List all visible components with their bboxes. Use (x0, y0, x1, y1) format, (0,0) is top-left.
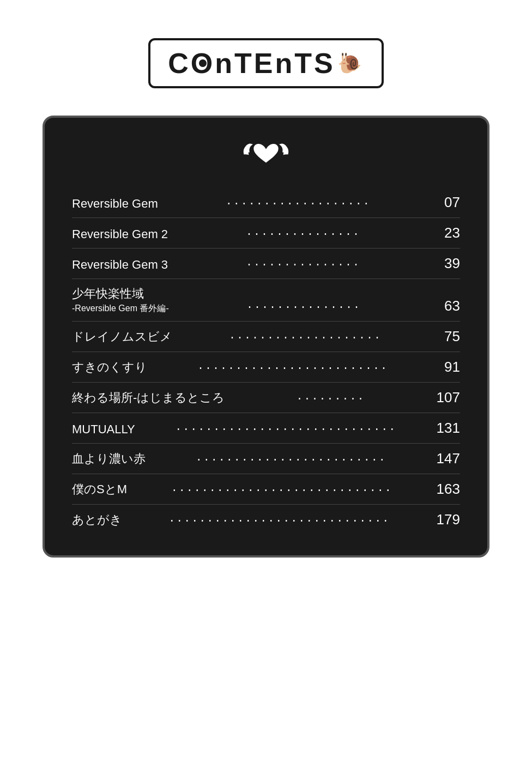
toc-entry-3: Reversible Gem 3 ··············· 39 (72, 250, 460, 277)
divider-5 (72, 352, 460, 352)
divider-4 (72, 321, 460, 322)
toc-entry-8: MUTUALLY ····························· 1… (72, 414, 460, 442)
letter-C: C (168, 47, 191, 80)
toc-title-6: すきのくすり (72, 359, 147, 376)
divider-8 (72, 443, 460, 444)
toc-title-3: Reversible Gem 3 (72, 258, 168, 272)
winged-heart-icon (241, 140, 291, 172)
toc-title-2: Reversible Gem 2 (72, 227, 168, 241)
toc-page-9: 147 (437, 450, 460, 467)
toc-entry-5: ドレイノムスビメ ···················· 75 (72, 323, 460, 350)
toc-title-1: Reversible Gem (72, 197, 158, 211)
snail-icon: 🐌 (337, 52, 364, 75)
toc-title-4a: 少年快楽性域 (72, 286, 169, 302)
toc-entry-10: 僕のSとM ····························· 163 (72, 475, 460, 503)
toc-page-2: 23 (438, 225, 460, 241)
page-wrapper: C O n T E n T S 🐌 (0, 0, 532, 763)
toc-dots-1: ··················· (165, 197, 432, 211)
toc-entry-7: 終わる場所-はじまるところ ········· 107 (72, 384, 460, 411)
toc-entry-9: 血より濃い赤 ························· 147 (72, 445, 460, 473)
toc-title-9: 血より濃い赤 (72, 451, 146, 467)
letter-T1: T (234, 47, 254, 80)
toc-dots-10: ····························· (134, 484, 430, 498)
toc-dots-5: ···················· (179, 331, 432, 345)
divider-6 (72, 382, 460, 383)
divider-1 (72, 217, 460, 218)
toc-page-7: 107 (437, 389, 460, 406)
toc-title-7: 終わる場所-はじまるところ (72, 390, 225, 406)
toc-entry-4: 少年快楽性域 -Reversible Gem 番外編- ············… (72, 280, 460, 320)
toc-list: Reversible Gem ··················· 07 Re… (72, 189, 460, 534)
toc-title-8: MUTUALLY (72, 422, 135, 437)
toc-title-5: ドレイノムスビメ (72, 329, 172, 345)
divider-9 (72, 474, 460, 474)
divider-10 (72, 504, 460, 505)
toc-page-3: 39 (438, 255, 460, 272)
toc-entry-1: Reversible Gem ··················· 07 (72, 189, 460, 216)
toc-dots-3: ··············· (174, 258, 432, 272)
toc-page-5: 75 (438, 328, 460, 345)
contents-title-box: C O n T E n T S 🐌 (148, 38, 383, 88)
toc-page-4: 63 (438, 298, 460, 314)
toc-title-stack-4: 少年快楽性域 -Reversible Gem 番外編- (72, 286, 169, 314)
toc-title-4b: -Reversible Gem 番外編- (72, 303, 169, 314)
toc-dots-2: ··············· (174, 228, 432, 241)
divider-2 (72, 248, 460, 249)
toc-page-1: 07 (438, 194, 460, 211)
toc-page-10: 163 (437, 481, 460, 498)
toc-title-11: あとがき (72, 512, 122, 528)
toc-entry-11: あとがき ····························· 179 (72, 506, 460, 534)
toc-dots-9: ························· (152, 453, 430, 467)
letter-S: S (314, 47, 335, 80)
divider-3 (72, 278, 460, 279)
toc-entry-6: すきのくすり ························· 91 (72, 353, 460, 381)
letter-O: O (191, 47, 215, 80)
toc-panel: Reversible Gem ··················· 07 Re… (43, 116, 489, 558)
toc-dots-6: ························· (154, 362, 432, 376)
divider-7 (72, 413, 460, 413)
toc-dots-11: ····························· (129, 514, 430, 528)
toc-page-6: 91 (438, 359, 460, 376)
toc-dots-4: ··············· (176, 301, 432, 314)
toc-page-11: 179 (437, 511, 460, 528)
letter-E1: E (254, 47, 275, 80)
contents-title-text: C O n T E n T S 🐌 (168, 47, 364, 80)
toc-entry-2: Reversible Gem 2 ··············· 23 (72, 219, 460, 247)
letter-n: n (215, 47, 234, 80)
toc-title-10: 僕のSとM (72, 481, 127, 498)
letter-n2: n (275, 47, 295, 80)
letter-T2: T (294, 47, 314, 80)
toc-page-8: 131 (437, 420, 460, 437)
toc-dots-8: ····························· (142, 423, 430, 437)
toc-dots-7: ········· (231, 392, 430, 406)
